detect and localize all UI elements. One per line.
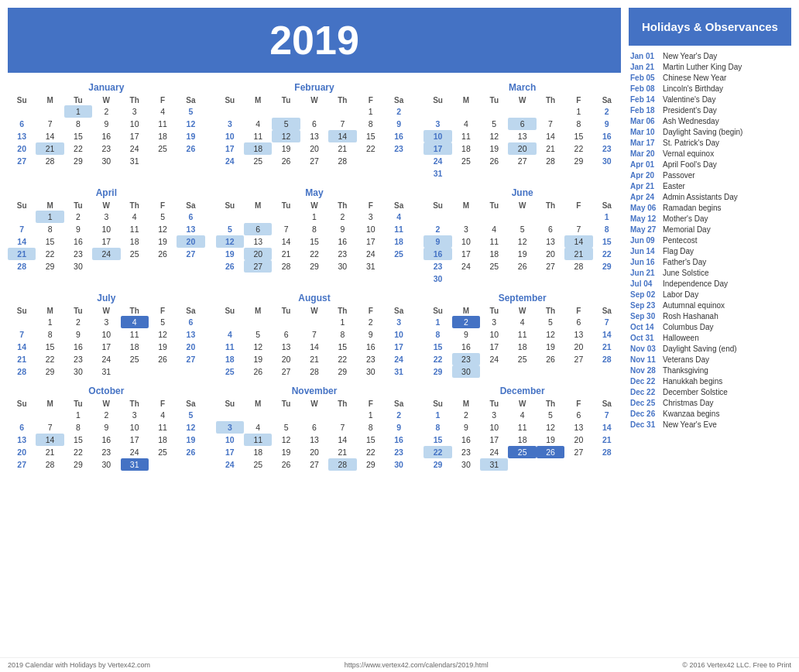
calendar-day: 5 (272, 421, 300, 434)
holiday-name: Christmas Day (663, 399, 714, 407)
calendar-day: 24 (121, 142, 149, 155)
calendar-day: 17 (92, 341, 120, 353)
calendar-day: 4 (452, 118, 480, 130)
holiday-date: Mar 06 (630, 117, 660, 125)
month-table: SuMTuWThFSa12345678910111213141516171819… (8, 95, 205, 167)
calendar-day: 1 (424, 316, 451, 328)
calendar-day: 2 (92, 105, 120, 118)
calendar-day: 22 (64, 142, 92, 155)
calendar-day: 8 (300, 223, 328, 235)
month-table: SuMTuWThFSa12345678910111213141516171819… (424, 306, 621, 378)
calendar-day: 22 (36, 353, 63, 365)
calendar-day: 2 (328, 211, 356, 223)
calendar-day: 26 (272, 155, 300, 167)
holiday-name: Kwanzaa begins (663, 410, 719, 418)
calendar-day: 16 (424, 248, 451, 260)
calendar-day: 29 (300, 260, 328, 273)
calendar-day: 1 (357, 409, 385, 421)
calendar-day: 22 (64, 446, 92, 458)
calendar-day: 30 (328, 260, 356, 273)
day-header: Tu (480, 95, 508, 105)
calendar-day: 6 (537, 223, 564, 235)
calendar-day: 23 (64, 248, 92, 260)
calendar-day: 6 (177, 211, 204, 223)
day-header: W (300, 306, 328, 316)
calendar-day: 16 (385, 130, 413, 142)
calendar-day: 21 (537, 142, 564, 155)
calendar-day: 1 (64, 105, 92, 118)
holiday-date: Feb 05 (630, 74, 660, 82)
calendar-day: 23 (92, 446, 120, 458)
calendar-day: 25 (216, 365, 244, 378)
calendar-day: 25 (480, 260, 508, 273)
calendar-day (300, 105, 328, 118)
day-header: W (92, 95, 120, 105)
holiday-item: Jan 01New Year's Day (629, 50, 791, 61)
calendar-day (121, 365, 149, 378)
holiday-date: Dec 22 (630, 388, 660, 396)
month: AugustSuMTuWThFSa12345678910111213141516… (216, 293, 413, 378)
calendar-day: 6 (508, 118, 536, 130)
calendar-day: 15 (64, 434, 92, 446)
holiday-item: Nov 28Thanksgiving (629, 365, 791, 375)
holiday-name: Admin Assistants Day (663, 193, 738, 201)
calendar-day: 20 (564, 434, 592, 446)
calendar-day: 19 (272, 446, 300, 458)
calendar-day: 17 (452, 248, 480, 260)
calendar-day: 1 (564, 105, 592, 118)
calendar-day: 9 (92, 118, 120, 130)
calendar-day: 10 (121, 421, 149, 434)
holiday-name: April Fool's Day (663, 160, 717, 169)
month-title: December (424, 386, 621, 396)
calendar-day (244, 316, 272, 328)
holiday-name: Pentecost (663, 236, 697, 245)
calendar-day (244, 105, 272, 118)
holiday-date: Jun 14 (630, 247, 660, 255)
calendar-day: 29 (424, 458, 451, 471)
calendar-day: 20 (537, 248, 564, 260)
calendar-day: 28 (328, 155, 356, 167)
calendar-day: 7 (328, 421, 356, 434)
day-header: M (244, 95, 272, 105)
calendar-day: 8 (564, 118, 592, 130)
calendar-day: 22 (357, 446, 385, 458)
calendar-day (593, 458, 621, 471)
calendar-day: 7 (36, 118, 63, 130)
calendar-day (244, 409, 272, 421)
calendar-day: 29 (424, 365, 451, 378)
calendar-day: 30 (424, 273, 451, 285)
holiday-name: Passover (663, 171, 695, 180)
calendar-day: 30 (64, 260, 92, 273)
day-header: Tu (272, 201, 300, 211)
holiday-date: Jun 21 (630, 269, 660, 277)
calendar-day: 22 (300, 248, 328, 260)
calendar-day: 10 (452, 235, 480, 248)
holiday-date: Dec 31 (630, 420, 660, 429)
day-header: F (357, 95, 385, 105)
calendar-day: 7 (564, 223, 592, 235)
day-header: W (300, 201, 328, 211)
calendar-day: 21 (8, 248, 36, 260)
holiday-name: Autumnal equinox (663, 301, 725, 310)
day-header: Th (328, 95, 356, 105)
calendar-day: 25 (244, 155, 272, 167)
calendar-day: 12 (177, 118, 204, 130)
month-table: SuMTuWThFSa12345678910111213141516171819… (424, 95, 621, 180)
calendar-day: 16 (357, 341, 385, 353)
day-header: M (452, 201, 480, 211)
calendar-day: 29 (564, 155, 592, 167)
calendar-section: 2019 JanuarySuMTuWThFSa12345678910111213… (8, 8, 621, 650)
calendar-day: 20 (508, 142, 536, 155)
day-header: F (564, 399, 592, 409)
holiday-item: May 27Memorial Day (629, 224, 791, 235)
calendar-day: 27 (272, 365, 300, 378)
calendar-day: 6 (300, 118, 328, 130)
calendar-day: 27 (300, 155, 328, 167)
calendar-day (36, 105, 63, 118)
calendar-day: 10 (480, 328, 508, 341)
holiday-item: Jul 04Independence Day (629, 278, 791, 289)
day-header: Sa (385, 201, 413, 211)
calendar-day: 13 (300, 130, 328, 142)
holiday-date: Apr 21 (630, 182, 660, 190)
calendar-day: 4 (121, 316, 149, 328)
